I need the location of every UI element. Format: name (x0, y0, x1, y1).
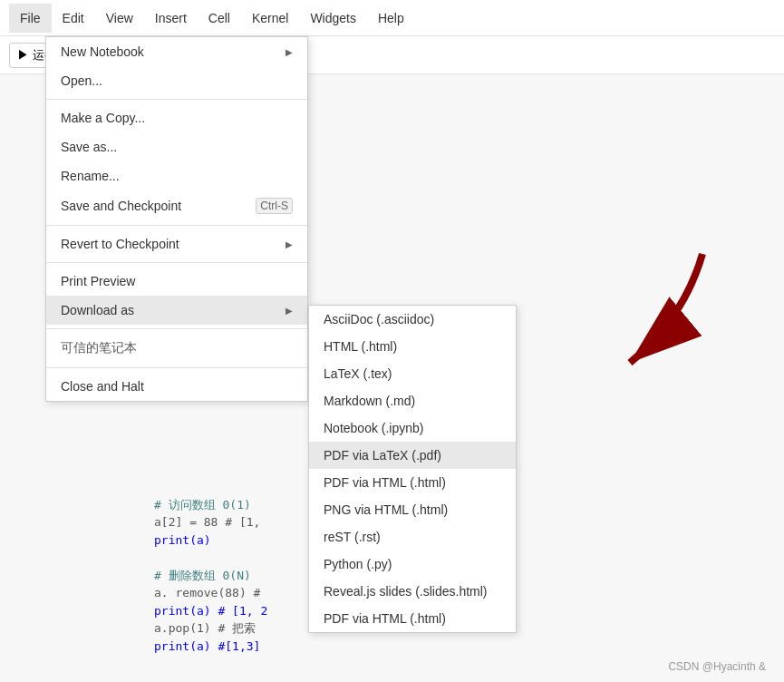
code-line-9: print(a) #[1,3] (154, 638, 775, 656)
file-dropdown: New Notebook ▶ Open... Make a Copy... Sa… (45, 36, 308, 402)
download-submenu: AsciiDoc (.asciidoc) HTML (.html) LaTeX … (308, 305, 517, 633)
menu-widgets[interactable]: Widgets (299, 4, 367, 33)
menu-open[interactable]: Open... (46, 66, 307, 95)
new-notebook-arrow: ▶ (286, 47, 293, 57)
submenu-python[interactable]: Python (.py) (309, 550, 516, 578)
menu-cell[interactable]: Cell (198, 4, 241, 33)
divider-4 (46, 328, 307, 329)
submenu-pdf-html[interactable]: PDF via HTML (.html) (309, 469, 516, 496)
watermark: CSDN @Hyacinth & (668, 660, 766, 673)
menu-print-preview[interactable]: Print Preview (46, 267, 307, 296)
menu-download-as[interactable]: Download as ▶ (46, 296, 307, 325)
menu-new-notebook[interactable]: New Notebook ▶ (46, 37, 307, 66)
submenu-pdf-latex[interactable]: PDF via LaTeX (.pdf) (309, 442, 516, 469)
menu-make-copy[interactable]: Make a Copy... (46, 103, 307, 132)
menu-revert[interactable]: Revert to Checkpoint ▶ (46, 229, 307, 258)
menu-help[interactable]: Help (367, 4, 415, 33)
menu-view[interactable]: View (95, 4, 144, 33)
red-arrow (603, 245, 711, 393)
divider-2 (46, 225, 307, 226)
menubar: File Edit View Insert Cell Kernel Widget… (0, 0, 784, 36)
menu-rename[interactable]: Rename... (46, 161, 307, 190)
menu-file[interactable]: File (9, 4, 52, 33)
submenu-latex[interactable]: LaTeX (.tex) (309, 360, 516, 387)
submenu-html[interactable]: HTML (.html) (309, 333, 516, 360)
divider-3 (46, 262, 307, 263)
menu-kernel[interactable]: Kernel (241, 4, 299, 33)
submenu-pdf-html2[interactable]: PDF via HTML (.html) (309, 605, 516, 632)
menu-save-as[interactable]: Save as... (46, 132, 307, 161)
divider-1 (46, 99, 307, 100)
menu-insert[interactable]: Insert (144, 4, 198, 33)
menu-trusted[interactable]: 可信的笔记本 (46, 333, 307, 364)
menu-close-halt[interactable]: Close and Halt (46, 372, 307, 401)
revert-arrow: ▶ (286, 239, 293, 249)
submenu-png-html[interactable]: PNG via HTML (.html) (309, 496, 516, 523)
divider-5 (46, 367, 307, 368)
download-arrow: ▶ (286, 306, 293, 316)
submenu-reveal[interactable]: Reveal.js slides (.slides.html) (309, 578, 516, 605)
menu-edit[interactable]: Edit (52, 4, 95, 33)
submenu-notebook[interactable]: Notebook (.ipynb) (309, 414, 516, 442)
submenu-rest[interactable]: reST (.rst) (309, 523, 516, 550)
submenu-asciidoc[interactable]: AsciiDoc (.asciidoc) (309, 306, 516, 333)
save-shortcut: Ctrl-S (256, 198, 293, 214)
submenu-markdown[interactable]: Markdown (.md) (309, 387, 516, 414)
menu-save-checkpoint[interactable]: Save and Checkpoint Ctrl-S (46, 190, 307, 221)
